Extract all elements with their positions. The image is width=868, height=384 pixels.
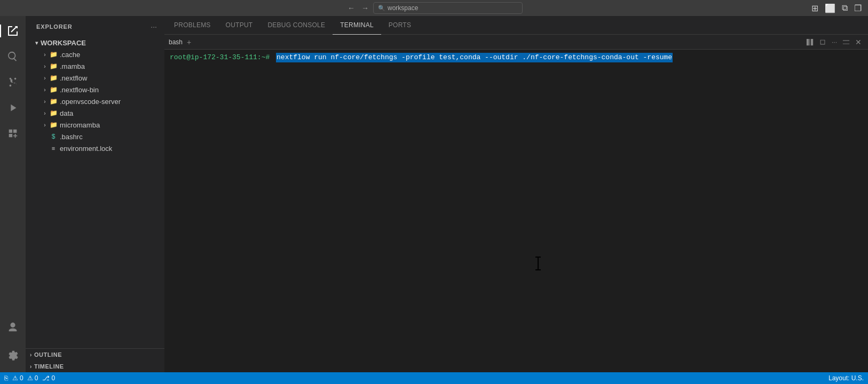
sidebar-bottom-panels: › OUTLINE › TIMELINE: [26, 348, 164, 372]
timeline-chevron: ›: [30, 364, 32, 370]
warning-icon: ⚠: [27, 374, 33, 382]
status-branch[interactable]: ⎘: [4, 374, 8, 382]
settings-activity-icon[interactable]: [0, 342, 26, 368]
error-count: 0: [20, 374, 23, 382]
data-label: data: [60, 109, 73, 117]
tree-item-nextflow-bin[interactable]: › 📁 .nextflow-bin: [26, 84, 164, 95]
terminal-toolbar-right: ··· ✕: [804, 37, 864, 47]
timeline-label: TIMELINE: [34, 363, 64, 370]
bashrc-chevron: [41, 132, 49, 141]
env-lock-chevron: [41, 144, 49, 153]
sidebar-more-actions[interactable]: ···: [149, 21, 158, 32]
nextflow-bin-chevron: ›: [41, 85, 49, 94]
activity-bar-bottom: [0, 315, 26, 372]
nextflow-label: .nextflow: [60, 74, 87, 82]
resize-terminal-button[interactable]: [840, 37, 852, 47]
panel-tabs: PROBLEMS OUTPUT DEBUG CONSOLE TERMINAL P…: [164, 16, 868, 35]
status-git[interactable]: ⎇ 0: [42, 374, 55, 382]
tree-item-openvscode[interactable]: › 📁 .openvscode-server: [26, 95, 164, 107]
cache-folder-icon: 📁: [49, 50, 58, 59]
layout-icon-4[interactable]: ❐: [852, 2, 864, 14]
activity-bar-top: [0, 18, 26, 315]
back-button[interactable]: ←: [345, 3, 357, 13]
outline-chevron: ›: [30, 352, 32, 358]
account-activity-icon[interactable]: [0, 315, 26, 340]
tree-item-data[interactable]: › 📁 data: [26, 107, 164, 119]
env-lock-file-icon: ≡: [49, 144, 58, 153]
tree-item-mamba[interactable]: › 📁 .mamba: [26, 60, 164, 72]
tab-output[interactable]: OUTPUT: [218, 16, 261, 35]
status-bar-right: Layout: U.S.: [828, 374, 864, 382]
search-bar[interactable]: 🔍 workspace: [373, 2, 523, 14]
timeline-panel-header[interactable]: › TIMELINE: [26, 361, 164, 372]
terminal-command-space: [272, 53, 276, 62]
more-terminal-actions[interactable]: ···: [830, 37, 839, 47]
workspace-label: WORKSPACE: [41, 39, 86, 47]
terminal-toolbar: bash + ··· ✕: [164, 35, 868, 50]
forward-button[interactable]: →: [359, 3, 371, 13]
layout-icon-3[interactable]: ⧉: [840, 2, 850, 14]
search-text: workspace: [388, 4, 418, 12]
tab-ports[interactable]: PORTS: [381, 16, 419, 35]
title-bar: ← → 🔍 workspace ⊞ ⬜ ⧉ ❐: [0, 0, 868, 16]
data-folder-icon: 📁: [49, 109, 58, 117]
outline-label: OUTLINE: [34, 351, 62, 358]
search-icon: 🔍: [378, 5, 385, 12]
terminal-line-1: root@ip-172-31-35-111:~# nextflow run nf…: [170, 53, 863, 62]
tree-item-nextflow[interactable]: › 📁 .nextflow: [26, 72, 164, 84]
tree-item-env-lock[interactable]: ≡ environment.lock: [26, 142, 164, 154]
explorer-activity-icon[interactable]: [0, 18, 26, 44]
nextflow-folder-icon: 📁: [49, 74, 58, 82]
debug-activity-icon[interactable]: [0, 95, 26, 121]
cache-chevron: ›: [41, 50, 49, 59]
status-errors[interactable]: ⚠ 0 ⚠ 0: [12, 374, 38, 382]
terminal-content[interactable]: root@ip-172-31-35-111:~# nextflow run nf…: [164, 50, 868, 372]
titlebar-nav: ← → 🔍 workspace: [345, 2, 523, 14]
openvscode-chevron: ›: [41, 97, 49, 106]
env-lock-label: environment.lock: [60, 145, 112, 153]
search-activity-icon[interactable]: [0, 44, 26, 69]
tree-item-cache[interactable]: › 📁 .cache: [26, 49, 164, 60]
maximize-terminal-button[interactable]: [817, 37, 828, 47]
data-chevron: ›: [41, 109, 49, 117]
close-terminal-button[interactable]: ✕: [853, 37, 864, 47]
tab-terminal[interactable]: TERMINAL: [333, 16, 381, 35]
git-icon: ⎇: [42, 374, 50, 382]
workspace-chevron: ▾: [32, 38, 41, 47]
mamba-folder-icon: 📁: [49, 62, 58, 70]
mamba-label: .mamba: [60, 62, 85, 70]
git-count: 0: [51, 374, 55, 382]
workspace-root[interactable]: ▾ WORKSPACE: [26, 37, 164, 49]
layout-icon-2[interactable]: ⬜: [823, 2, 838, 14]
outline-panel-header[interactable]: › OUTLINE: [26, 349, 164, 361]
error-icon: ⚠: [12, 374, 18, 382]
nextflow-chevron: ›: [41, 74, 49, 82]
layout-label: Layout: U.S.: [828, 374, 864, 382]
add-terminal-button[interactable]: +: [185, 37, 193, 47]
openvscode-label: .openvscode-server: [60, 98, 121, 106]
main-layout: EXPLORER ··· ▾ WORKSPACE › 📁 .cache › 📁 …: [0, 16, 868, 372]
terminal-prompt: root@ip-172-31-35-111:~#: [170, 53, 270, 62]
split-terminal-button[interactable]: [804, 37, 816, 47]
terminal-toolbar-left: bash +: [169, 37, 193, 47]
extensions-activity-icon[interactable]: [0, 121, 26, 146]
tree-item-bashrc[interactable]: $ .bashrc: [26, 131, 164, 142]
micromamba-folder-icon: 📁: [49, 121, 58, 129]
tab-debug-console[interactable]: DEBUG CONSOLE: [260, 16, 333, 35]
file-tree: ▾ WORKSPACE › 📁 .cache › 📁 .mamba › 📁 .n…: [26, 35, 164, 348]
sidebar-header: EXPLORER ···: [26, 16, 164, 35]
layout-icon-1[interactable]: ⊞: [809, 2, 820, 14]
cache-label: .cache: [60, 51, 80, 59]
micromamba-chevron: ›: [41, 121, 49, 129]
activity-bar: [0, 16, 26, 372]
openvscode-folder-icon: 📁: [49, 97, 58, 106]
source-control-activity-icon[interactable]: [0, 69, 26, 95]
tree-item-micromamba[interactable]: › 📁 micromamba: [26, 119, 164, 131]
tab-problems[interactable]: PROBLEMS: [167, 16, 218, 35]
terminal-panel[interactable]: bash + ··· ✕: [164, 35, 868, 372]
micromamba-label: micromamba: [60, 121, 100, 129]
titlebar-right: ⊞ ⬜ ⧉ ❐: [809, 2, 864, 14]
status-layout[interactable]: Layout: U.S.: [828, 374, 864, 382]
nextflow-bin-label: .nextflow-bin: [60, 86, 99, 94]
sidebar-actions: ···: [149, 21, 158, 32]
